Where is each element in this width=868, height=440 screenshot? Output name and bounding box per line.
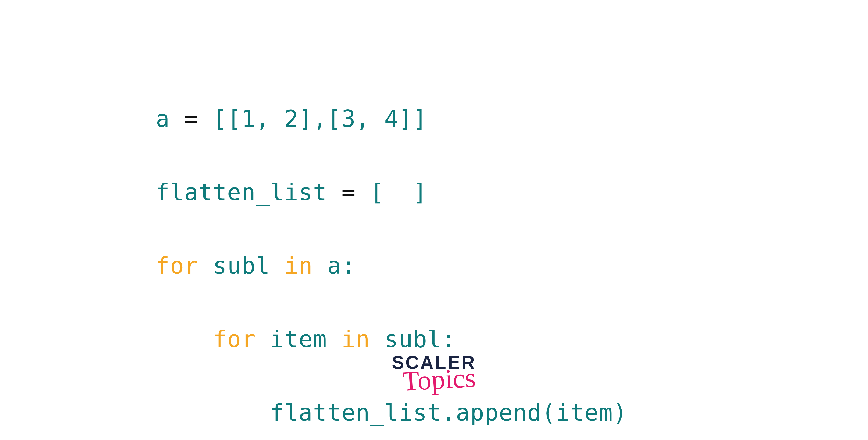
equals-operator: = — [184, 105, 213, 132]
code-line-5: flatten_list.append(item) — [156, 394, 627, 431]
scaler-topics-logo: SCALER Topics — [392, 352, 476, 393]
code-snippet-slide: a = [[1, 2],[3, 4]] flatten_list = [ ] f… — [0, 0, 868, 440]
keyword-in: in — [342, 326, 370, 352]
indent — [156, 399, 270, 426]
keyword-in: in — [284, 252, 313, 279]
indent — [156, 326, 213, 352]
code-line-2: flatten_list = [ ] — [156, 174, 627, 211]
loop-iterable-subl: subl: — [370, 326, 456, 352]
keyword-for: for — [156, 252, 198, 279]
code-line-3: for subl in a: — [156, 247, 627, 284]
equals-operator: = — [342, 179, 370, 206]
append-call: flatten_list.append(item) — [270, 399, 627, 426]
keyword-for: for — [213, 326, 256, 352]
identifier-a: a — [156, 105, 184, 132]
list-literal: [[1, 2],[3, 4]] — [213, 105, 427, 132]
loop-iterable-a: a: — [313, 252, 356, 279]
code-line-1: a = [[1, 2],[3, 4]] — [156, 101, 627, 137]
loop-var-item: item — [256, 326, 342, 352]
logo-text-sub: Topics — [401, 364, 477, 395]
loop-var-subl: subl — [198, 252, 284, 279]
identifier-flatten-list: flatten_list — [156, 179, 342, 206]
empty-list-literal: [ ] — [370, 179, 427, 206]
